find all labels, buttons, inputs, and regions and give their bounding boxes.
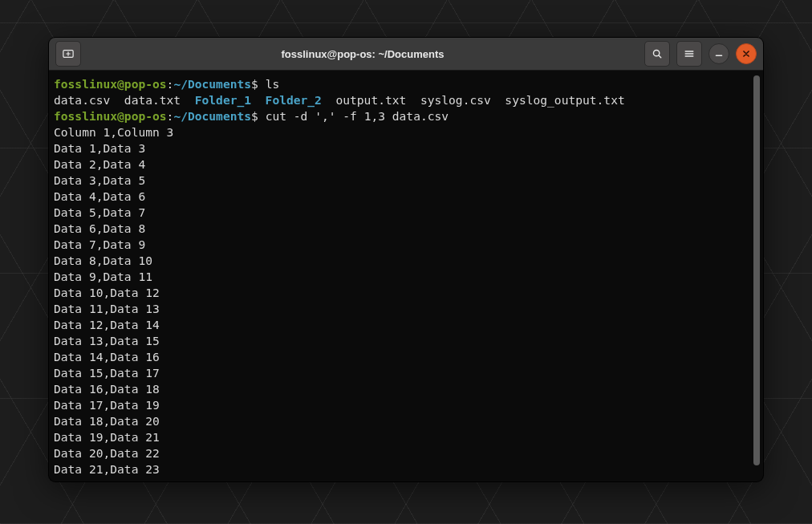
new-tab-icon xyxy=(63,48,74,59)
minimize-icon xyxy=(713,48,725,59)
command-ls: ls xyxy=(266,77,280,91)
prompt-symbol: $ xyxy=(251,109,266,123)
terminal-content[interactable]: fosslinux@pop-os:~/Documents$ ls data.cs… xyxy=(49,71,763,481)
ls-files-2: output.txt syslog.csv syslog_output.txt xyxy=(322,93,625,107)
scrollbar[interactable] xyxy=(753,75,760,465)
titlebar: fosslinux@pop-os: ~/Documents xyxy=(49,38,763,71)
new-tab-button[interactable] xyxy=(55,41,81,67)
ls-files-1: data.csv data.txt xyxy=(54,93,195,107)
window-title: fosslinux@pop-os: ~/Documents xyxy=(87,48,638,60)
cut-output: Column 1,Column 3 Data 1,Data 3 Data 2,D… xyxy=(54,125,173,476)
search-button[interactable] xyxy=(644,41,670,67)
prompt-path: ~/Documents xyxy=(173,77,251,91)
terminal-window: fosslinux@pop-os: ~/Documents xyxy=(49,38,763,481)
close-button[interactable] xyxy=(736,43,757,64)
ls-folder-2: Folder_2 xyxy=(266,93,322,107)
prompt-user: fosslinux@pop-os xyxy=(54,77,167,91)
prompt-path: ~/Documents xyxy=(173,109,251,123)
hamburger-menu-icon xyxy=(684,48,695,59)
minimize-button[interactable] xyxy=(708,43,729,64)
ls-folder-1: Folder_1 xyxy=(195,93,251,107)
search-icon xyxy=(652,48,663,59)
close-icon xyxy=(741,48,752,59)
prompt-user: fosslinux@pop-os xyxy=(54,109,167,123)
prompt-symbol: $ xyxy=(251,77,266,91)
menu-button[interactable] xyxy=(676,41,702,67)
command-cut: cut -d ',' -f 1,3 data.csv xyxy=(266,109,449,123)
